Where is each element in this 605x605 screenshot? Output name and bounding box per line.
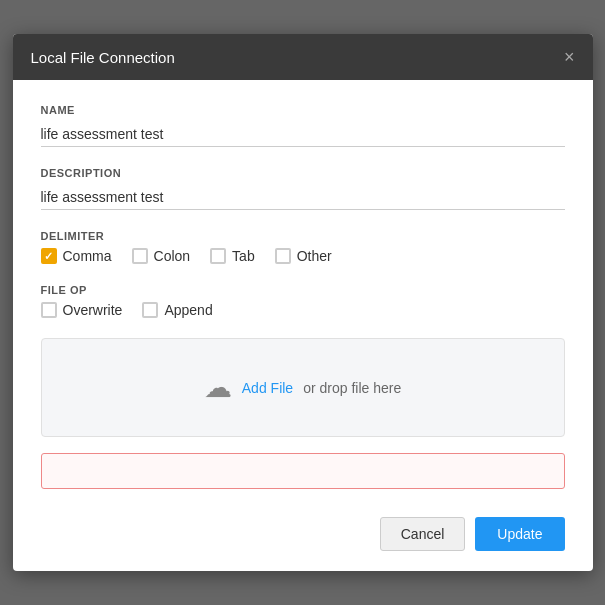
name-label: NAME bbox=[41, 104, 565, 116]
modal-overlay: Local File Connection × NAME DESCRIPTION… bbox=[0, 0, 605, 605]
file-op-append[interactable]: Append bbox=[142, 302, 212, 318]
delimiter-comma[interactable]: Comma bbox=[41, 248, 112, 264]
append-label: Append bbox=[164, 302, 212, 318]
tab-checkbox[interactable] bbox=[210, 248, 226, 264]
description-field-group: DESCRIPTION bbox=[41, 167, 565, 210]
drop-zone[interactable]: ☁ Add File or drop file here bbox=[41, 338, 565, 437]
file-op-row: Overwrite Append bbox=[41, 302, 565, 318]
name-field-group: NAME bbox=[41, 104, 565, 147]
colon-checkbox[interactable] bbox=[132, 248, 148, 264]
add-file-link[interactable]: Add File bbox=[242, 380, 293, 396]
description-label: DESCRIPTION bbox=[41, 167, 565, 179]
file-op-field-group: FILE OP Overwrite Append bbox=[41, 284, 565, 318]
modal-header: Local File Connection × bbox=[13, 34, 593, 80]
comma-label: Comma bbox=[63, 248, 112, 264]
append-checkbox[interactable] bbox=[142, 302, 158, 318]
file-op-label: FILE OP bbox=[41, 284, 565, 296]
modal-body: NAME DESCRIPTION DELIMITER Comma bbox=[13, 80, 593, 505]
overwrite-checkbox[interactable] bbox=[41, 302, 57, 318]
name-input[interactable] bbox=[41, 122, 565, 147]
overwrite-label: Overwrite bbox=[63, 302, 123, 318]
error-input[interactable] bbox=[41, 453, 565, 489]
delimiter-other[interactable]: Other bbox=[275, 248, 332, 264]
tab-label: Tab bbox=[232, 248, 255, 264]
delimiter-colon[interactable]: Colon bbox=[132, 248, 191, 264]
other-label: Other bbox=[297, 248, 332, 264]
update-button[interactable]: Update bbox=[475, 517, 564, 551]
drop-text: or drop file here bbox=[303, 380, 401, 396]
modal-title: Local File Connection bbox=[31, 49, 175, 66]
cancel-button[interactable]: Cancel bbox=[380, 517, 466, 551]
file-op-overwrite[interactable]: Overwrite bbox=[41, 302, 123, 318]
delimiter-row: Comma Colon Tab Other bbox=[41, 248, 565, 264]
close-icon[interactable]: × bbox=[564, 48, 575, 66]
comma-checkbox[interactable] bbox=[41, 248, 57, 264]
upload-icon: ☁ bbox=[204, 371, 232, 404]
other-checkbox[interactable] bbox=[275, 248, 291, 264]
colon-label: Colon bbox=[154, 248, 191, 264]
modal-footer: Cancel Update bbox=[13, 505, 593, 571]
delimiter-tab[interactable]: Tab bbox=[210, 248, 255, 264]
delimiter-field-group: DELIMITER Comma Colon Tab bbox=[41, 230, 565, 264]
delimiter-label: DELIMITER bbox=[41, 230, 565, 242]
modal-dialog: Local File Connection × NAME DESCRIPTION… bbox=[13, 34, 593, 571]
description-input[interactable] bbox=[41, 185, 565, 210]
